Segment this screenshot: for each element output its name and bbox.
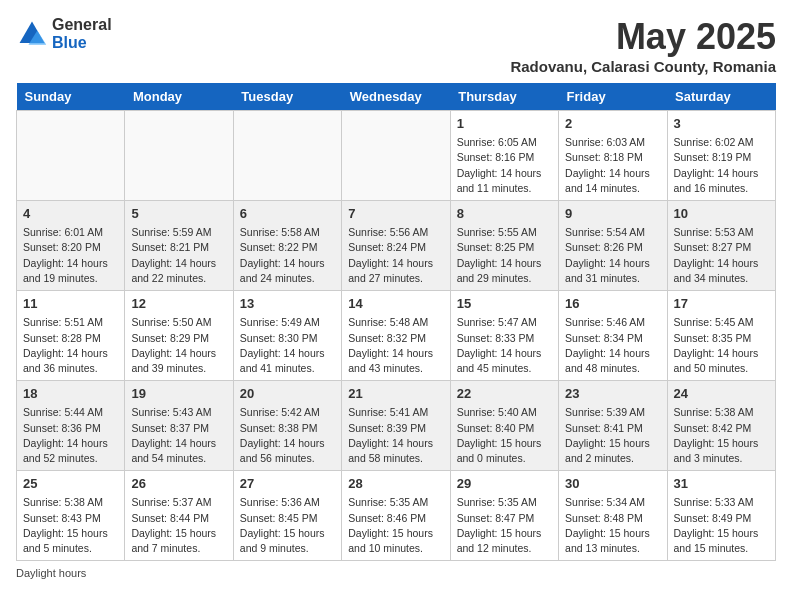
logo-general-text: General: [52, 16, 112, 34]
day-cell: 8Sunrise: 5:55 AM Sunset: 8:25 PM Daylig…: [450, 201, 558, 291]
day-info: Sunrise: 5:49 AM Sunset: 8:30 PM Dayligh…: [240, 315, 335, 376]
day-info: Sunrise: 5:33 AM Sunset: 8:49 PM Dayligh…: [674, 495, 769, 556]
col-header-tuesday: Tuesday: [233, 83, 341, 111]
day-info: Sunrise: 6:01 AM Sunset: 8:20 PM Dayligh…: [23, 225, 118, 286]
day-number: 9: [565, 205, 660, 223]
day-number: 17: [674, 295, 769, 313]
day-number: 23: [565, 385, 660, 403]
day-info: Sunrise: 5:40 AM Sunset: 8:40 PM Dayligh…: [457, 405, 552, 466]
day-number: 7: [348, 205, 443, 223]
day-number: 26: [131, 475, 226, 493]
week-row-4: 18Sunrise: 5:44 AM Sunset: 8:36 PM Dayli…: [17, 381, 776, 471]
day-info: Sunrise: 5:58 AM Sunset: 8:22 PM Dayligh…: [240, 225, 335, 286]
logo-text: General Blue: [52, 16, 112, 51]
day-cell: 23Sunrise: 5:39 AM Sunset: 8:41 PM Dayli…: [559, 381, 667, 471]
day-info: Sunrise: 6:05 AM Sunset: 8:16 PM Dayligh…: [457, 135, 552, 196]
day-cell: [233, 111, 341, 201]
day-info: Sunrise: 5:54 AM Sunset: 8:26 PM Dayligh…: [565, 225, 660, 286]
day-number: 3: [674, 115, 769, 133]
week-row-5: 25Sunrise: 5:38 AM Sunset: 8:43 PM Dayli…: [17, 471, 776, 561]
day-cell: 5Sunrise: 5:59 AM Sunset: 8:21 PM Daylig…: [125, 201, 233, 291]
day-number: 21: [348, 385, 443, 403]
day-number: 29: [457, 475, 552, 493]
day-info: Sunrise: 6:03 AM Sunset: 8:18 PM Dayligh…: [565, 135, 660, 196]
week-row-3: 11Sunrise: 5:51 AM Sunset: 8:28 PM Dayli…: [17, 291, 776, 381]
day-cell: [125, 111, 233, 201]
col-header-saturday: Saturday: [667, 83, 775, 111]
footer-note: Daylight hours: [16, 567, 776, 579]
col-header-sunday: Sunday: [17, 83, 125, 111]
day-info: Sunrise: 5:46 AM Sunset: 8:34 PM Dayligh…: [565, 315, 660, 376]
day-number: 4: [23, 205, 118, 223]
day-number: 2: [565, 115, 660, 133]
day-info: Sunrise: 5:35 AM Sunset: 8:47 PM Dayligh…: [457, 495, 552, 556]
day-cell: 25Sunrise: 5:38 AM Sunset: 8:43 PM Dayli…: [17, 471, 125, 561]
day-info: Sunrise: 5:34 AM Sunset: 8:48 PM Dayligh…: [565, 495, 660, 556]
day-info: Sunrise: 5:42 AM Sunset: 8:38 PM Dayligh…: [240, 405, 335, 466]
day-cell: 3Sunrise: 6:02 AM Sunset: 8:19 PM Daylig…: [667, 111, 775, 201]
day-cell: 9Sunrise: 5:54 AM Sunset: 8:26 PM Daylig…: [559, 201, 667, 291]
day-info: Sunrise: 5:59 AM Sunset: 8:21 PM Dayligh…: [131, 225, 226, 286]
day-info: Sunrise: 6:02 AM Sunset: 8:19 PM Dayligh…: [674, 135, 769, 196]
day-cell: 28Sunrise: 5:35 AM Sunset: 8:46 PM Dayli…: [342, 471, 450, 561]
day-cell: 29Sunrise: 5:35 AM Sunset: 8:47 PM Dayli…: [450, 471, 558, 561]
day-cell: 6Sunrise: 5:58 AM Sunset: 8:22 PM Daylig…: [233, 201, 341, 291]
day-info: Sunrise: 5:56 AM Sunset: 8:24 PM Dayligh…: [348, 225, 443, 286]
day-cell: 24Sunrise: 5:38 AM Sunset: 8:42 PM Dayli…: [667, 381, 775, 471]
day-number: 19: [131, 385, 226, 403]
col-header-wednesday: Wednesday: [342, 83, 450, 111]
page-header: General Blue May 2025 Radovanu, Calarasi…: [16, 16, 776, 75]
day-cell: 14Sunrise: 5:48 AM Sunset: 8:32 PM Dayli…: [342, 291, 450, 381]
day-info: Sunrise: 5:44 AM Sunset: 8:36 PM Dayligh…: [23, 405, 118, 466]
day-info: Sunrise: 5:43 AM Sunset: 8:37 PM Dayligh…: [131, 405, 226, 466]
logo-blue-text: Blue: [52, 34, 112, 52]
day-info: Sunrise: 5:50 AM Sunset: 8:29 PM Dayligh…: [131, 315, 226, 376]
day-info: Sunrise: 5:36 AM Sunset: 8:45 PM Dayligh…: [240, 495, 335, 556]
week-row-2: 4Sunrise: 6:01 AM Sunset: 8:20 PM Daylig…: [17, 201, 776, 291]
day-number: 28: [348, 475, 443, 493]
day-number: 8: [457, 205, 552, 223]
daylight-label: Daylight hours: [16, 567, 86, 579]
day-number: 18: [23, 385, 118, 403]
week-row-1: 1Sunrise: 6:05 AM Sunset: 8:16 PM Daylig…: [17, 111, 776, 201]
day-cell: 18Sunrise: 5:44 AM Sunset: 8:36 PM Dayli…: [17, 381, 125, 471]
day-cell: 26Sunrise: 5:37 AM Sunset: 8:44 PM Dayli…: [125, 471, 233, 561]
calendar-table: SundayMondayTuesdayWednesdayThursdayFrid…: [16, 83, 776, 561]
day-info: Sunrise: 5:45 AM Sunset: 8:35 PM Dayligh…: [674, 315, 769, 376]
day-cell: [342, 111, 450, 201]
day-info: Sunrise: 5:51 AM Sunset: 8:28 PM Dayligh…: [23, 315, 118, 376]
day-cell: 22Sunrise: 5:40 AM Sunset: 8:40 PM Dayli…: [450, 381, 558, 471]
col-header-friday: Friday: [559, 83, 667, 111]
day-number: 12: [131, 295, 226, 313]
day-number: 16: [565, 295, 660, 313]
day-number: 13: [240, 295, 335, 313]
day-cell: 27Sunrise: 5:36 AM Sunset: 8:45 PM Dayli…: [233, 471, 341, 561]
day-number: 11: [23, 295, 118, 313]
col-header-monday: Monday: [125, 83, 233, 111]
day-cell: 30Sunrise: 5:34 AM Sunset: 8:48 PM Dayli…: [559, 471, 667, 561]
day-cell: 12Sunrise: 5:50 AM Sunset: 8:29 PM Dayli…: [125, 291, 233, 381]
day-info: Sunrise: 5:55 AM Sunset: 8:25 PM Dayligh…: [457, 225, 552, 286]
logo-icon: [16, 18, 48, 50]
day-cell: 4Sunrise: 6:01 AM Sunset: 8:20 PM Daylig…: [17, 201, 125, 291]
day-cell: 16Sunrise: 5:46 AM Sunset: 8:34 PM Dayli…: [559, 291, 667, 381]
day-cell: 15Sunrise: 5:47 AM Sunset: 8:33 PM Dayli…: [450, 291, 558, 381]
day-number: 5: [131, 205, 226, 223]
day-info: Sunrise: 5:37 AM Sunset: 8:44 PM Dayligh…: [131, 495, 226, 556]
day-cell: 11Sunrise: 5:51 AM Sunset: 8:28 PM Dayli…: [17, 291, 125, 381]
day-number: 22: [457, 385, 552, 403]
day-number: 6: [240, 205, 335, 223]
day-cell: 10Sunrise: 5:53 AM Sunset: 8:27 PM Dayli…: [667, 201, 775, 291]
month-title: May 2025: [510, 16, 776, 58]
day-cell: 1Sunrise: 6:05 AM Sunset: 8:16 PM Daylig…: [450, 111, 558, 201]
day-header-row: SundayMondayTuesdayWednesdayThursdayFrid…: [17, 83, 776, 111]
day-info: Sunrise: 5:39 AM Sunset: 8:41 PM Dayligh…: [565, 405, 660, 466]
location-title: Radovanu, Calarasi County, Romania: [510, 58, 776, 75]
day-cell: 7Sunrise: 5:56 AM Sunset: 8:24 PM Daylig…: [342, 201, 450, 291]
col-header-thursday: Thursday: [450, 83, 558, 111]
day-number: 1: [457, 115, 552, 133]
day-cell: 19Sunrise: 5:43 AM Sunset: 8:37 PM Dayli…: [125, 381, 233, 471]
day-number: 14: [348, 295, 443, 313]
day-info: Sunrise: 5:53 AM Sunset: 8:27 PM Dayligh…: [674, 225, 769, 286]
day-number: 15: [457, 295, 552, 313]
